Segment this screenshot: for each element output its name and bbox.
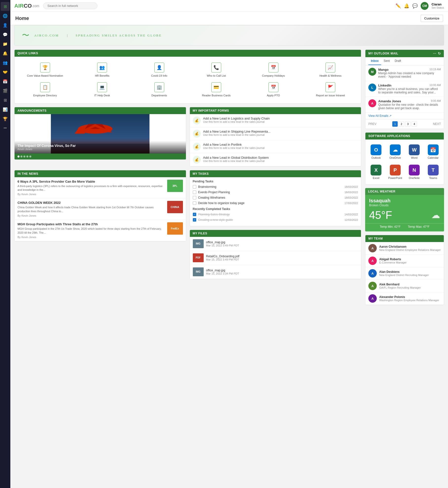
app-item-powerpoint[interactable]: P PowerPoint — [387, 163, 404, 181]
task-item[interactable]: Brainstorming 18/03/2022 — [193, 185, 358, 189]
notifications-icon[interactable]: 🔔 — [404, 3, 409, 9]
task-checkbox[interactable] — [193, 196, 196, 199]
tasks-header: MY TASKS — [190, 170, 361, 177]
messages-icon[interactable]: 💬 — [412, 3, 418, 9]
mail-tab-sent[interactable]: Sent — [381, 57, 392, 65]
banner: 〜 AIRCO.COM | SPREADING SMILES ACROSS TH… — [14, 25, 444, 46]
app-item-calendar[interactable]: 📅 Calendar — [425, 143, 441, 161]
sidebar-item-calendar[interactable]: 📅 — [1, 77, 10, 86]
news-item[interactable]: 6 Ways A 3PL Service Provider Can Be Mor… — [15, 177, 186, 199]
file-item[interactable]: IMG office_map.jpg Mar 15, 2022 3:49 PM … — [190, 237, 361, 251]
sidebar-item-grid2[interactable]: ⊞ — [1, 96, 10, 105]
mail-item[interactable]: L LinkedIn 10:00 AM When you're a small … — [365, 81, 444, 97]
team-item[interactable]: A Alan Desbiens New England District Rec… — [365, 267, 444, 280]
quick-link-item[interactable]: 👤 Covid-19 Info — [131, 60, 188, 80]
news-item[interactable]: CHINA GOLDEN WEEK 2022 China Golden Week… — [15, 198, 186, 220]
form-item[interactable]: 💰 Add a New Lead in Logistics and Supply… — [190, 114, 361, 127]
dot-2[interactable] — [20, 156, 22, 157]
dot-5[interactable] — [29, 156, 31, 157]
search-input[interactable] — [43, 2, 97, 9]
task-checkbox[interactable] — [193, 185, 196, 189]
banner-tagline: SPREADING SMILES ACROSS THE GLOBE — [76, 34, 162, 37]
sidebar-item-chart[interactable]: 📊 — [1, 105, 10, 114]
app-item-excel[interactable]: X Excel — [368, 163, 384, 181]
task-item-completed[interactable]: ✓ Planning Sales Strategy 14/03/2022 — [193, 213, 358, 216]
team-item[interactable]: A Aaron Christiansen New England Distric… — [365, 242, 444, 255]
task-item[interactable]: Everdo Project Planning 18/03/2022 — [193, 191, 358, 194]
task-item[interactable]: Creating Wireframes 18/03/2022 — [193, 196, 358, 199]
outlook-refresh-icon[interactable]: ↻ — [438, 52, 441, 55]
sidebar-item-user[interactable]: 👤 — [1, 21, 10, 30]
quick-link-item[interactable]: 👥 HR Benefits — [74, 60, 131, 80]
outlook-menu-icon[interactable]: ··· — [433, 52, 436, 55]
form-item[interactable]: 💰 Add a New Lead in Portlink Use this fo… — [190, 140, 361, 153]
app-item-teams[interactable]: T Teams — [425, 163, 441, 181]
form-item[interactable]: 💰 Add a New Lead in Shipping Line Repres… — [190, 127, 361, 140]
app-item-word[interactable]: W Word — [406, 143, 423, 161]
quick-link-item[interactable]: 📈 Health & Wellness — [302, 60, 359, 80]
tasks-title: MY TASKS — [193, 172, 209, 175]
quick-link-item[interactable]: 📅 Company Holidays — [245, 60, 302, 80]
app-item-onedrive[interactable]: ☁ OneDrive — [387, 143, 404, 161]
task-date: 14/03/2022 — [344, 213, 358, 216]
mail-prev[interactable]: PREV — [368, 122, 376, 126]
task-item[interactable]: Decide how to organize today page 17/03/… — [193, 201, 358, 205]
task-item-completed[interactable]: ✓ Creating a new style guide 12/03/2022 — [193, 218, 358, 222]
mail-item[interactable]: M Mango 10:19 AM Mango Admin has created… — [365, 65, 444, 81]
apps-card: SOFTWARE APPLICATIONS O Outlook ☁ OneDri… — [365, 132, 444, 185]
sidebar-item-folder[interactable]: 📁 — [1, 39, 10, 48]
quick-link-item[interactable]: 📋 Employee Directory — [17, 80, 74, 100]
mail-time: 9:00 AM — [431, 99, 441, 103]
sidebar-item-group[interactable]: 👥 — [1, 58, 10, 67]
edit-icon[interactable]: ✏️ — [395, 3, 401, 9]
mail-page-3[interactable]: 3 — [405, 121, 411, 127]
file-item[interactable]: PDF RetailCo_Onboarding.pdf Mar 15, 2022… — [190, 251, 361, 265]
task-checkbox-checked[interactable]: ✓ — [193, 213, 196, 216]
app-item-onenote[interactable]: N OneNote — [406, 163, 423, 181]
quick-links-title: QUICK LINKS — [18, 52, 38, 55]
dot-4[interactable] — [26, 156, 28, 157]
mail-page-2[interactable]: 2 — [399, 121, 404, 127]
sidebar-item-more[interactable]: ••• — [1, 124, 10, 133]
page-header: Home Customize — [10, 12, 448, 25]
sidebar-item-home[interactable]: ⊞ — [1, 2, 10, 11]
dot-3[interactable] — [23, 156, 25, 157]
task-checkbox[interactable] — [193, 201, 196, 205]
quick-link-item[interactable]: 🚩 Report an issue Intranet — [302, 80, 359, 100]
customize-button[interactable]: Customize — [421, 15, 443, 22]
quick-link-item[interactable]: 💻 IT Help Desk — [74, 80, 131, 100]
mail-tab-draft[interactable]: Draft — [392, 57, 404, 65]
view-all-emails[interactable]: View All Emails ↗ — [365, 113, 444, 119]
quick-link-item[interactable]: 📞 Who to Call List — [188, 60, 245, 80]
quick-link-item[interactable]: 🏆 Core Value Award Nomination — [17, 60, 74, 80]
sidebar-item-network[interactable]: 🤝 — [1, 68, 10, 76]
app-item-outlook[interactable]: O Outlook — [368, 143, 384, 161]
sidebar-item-trophy[interactable]: 🏆 — [1, 114, 10, 123]
avatar[interactable]: CM — [421, 2, 429, 10]
form-item[interactable]: 💰 Add a New Lead in Global Distribution … — [190, 153, 361, 166]
team-item[interactable]: A Abigail Roberts E-Commerce Manager — [365, 255, 444, 267]
sidebar-item-chat[interactable]: 💬 — [1, 30, 10, 39]
quick-link-item[interactable]: 📅 Apply PTO — [245, 80, 302, 100]
quick-link-item[interactable]: 💳 Reader Business Cards — [188, 80, 245, 100]
logo: AIRCO.com — [14, 3, 39, 9]
mail-next[interactable]: NEXT — [433, 122, 441, 126]
sidebar-item-globe[interactable]: 🌐 — [1, 11, 10, 20]
task-checkbox-checked[interactable]: ✓ — [193, 218, 196, 222]
mail-item[interactable]: A Amanda Jones 9:00 AM Quotation for the… — [365, 97, 444, 113]
mail-page-4[interactable]: 4 — [412, 121, 417, 127]
sidebar-item-bell[interactable]: 🔔 — [1, 49, 10, 58]
sidebar-item-video[interactable]: 🎬 — [1, 86, 10, 95]
team-item[interactable]: A Alexander Polonis Washington Region Em… — [365, 292, 444, 305]
dot-1[interactable] — [18, 156, 19, 157]
user-status[interactable]: Set Status — [431, 6, 444, 9]
mail-tab-inbox[interactable]: Inbox — [368, 57, 381, 65]
weather-description: Broken Clouds — [369, 204, 440, 207]
quick-link-item[interactable]: 🏢 Departments — [131, 80, 188, 100]
team-header: MY TEAM — [365, 235, 444, 242]
task-checkbox[interactable] — [193, 191, 196, 194]
mail-page-1[interactable]: 1 — [392, 121, 398, 127]
news-item[interactable]: MGH Group Participates with Three Stalls… — [15, 220, 186, 241]
file-item[interactable]: IMG office_map.jpg Mar 15, 2022 3:34 PM … — [190, 265, 361, 279]
team-item[interactable]: A Alek Bernhard GA/FL Region Recruiting … — [365, 280, 444, 292]
